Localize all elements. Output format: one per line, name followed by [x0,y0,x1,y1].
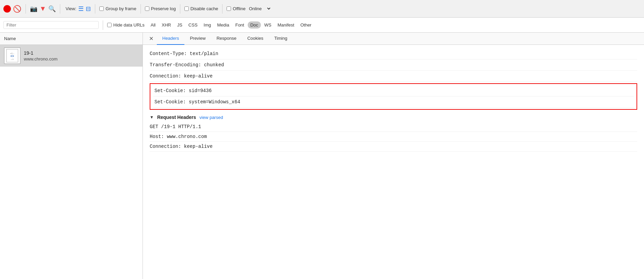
stop-icon[interactable]: 🚫 [13,5,21,13]
preserve-log-label: Preserve log [151,6,176,11]
request-line-connection: Connection: keep-alive [150,142,637,152]
type-filters: AllXHRJSCSSImgMediaFontDocWSManifestOthe… [148,21,314,29]
tab-response[interactable]: Response [211,33,242,45]
type-filter-css[interactable]: CSS [186,21,200,29]
offline-checkbox[interactable]: Offline [227,6,245,11]
list-view-icon[interactable]: ☰ [78,5,84,13]
toolbar: 🚫 📷 ▼ 🔍 View: ☰ ⊟ Group by frame Preserv… [0,0,644,18]
response-header-set-cookie-2: Set-Cookie: system=Windows_x64 [153,97,634,108]
view-parsed-link[interactable]: view parsed [199,115,223,120]
filter-bar-separator [103,20,103,30]
triangle-icon: ▼ [150,115,154,120]
tab-preview[interactable]: Preview [184,33,211,45]
search-icon[interactable]: 🔍 [48,5,56,13]
tab-timing[interactable]: Timing [269,33,293,45]
toolbar-separator-2 [60,4,60,14]
type-filter-manifest[interactable]: Manifest [275,21,297,29]
type-filter-other[interactable]: Other [298,21,314,29]
type-filter-img[interactable]: Img [201,21,214,29]
offline-input[interactable] [227,6,231,11]
file-name: 19-1 [24,50,57,56]
toolbar-separator-4 [141,4,141,14]
file-item[interactable]: <!-- <> --> 19-1 www.chrono.com [0,45,143,67]
toolbar-separator-1 [26,4,26,14]
type-filter-all[interactable]: All [148,21,158,29]
tabs-bar: ✕ Headers Preview Response Cookies Timin… [143,33,644,45]
group-by-frame-checkbox[interactable]: Group by frame [99,6,136,11]
response-header-set-cookie-1: Set-Cookie: sid=9436 [153,85,634,97]
svg-text:-->: --> [11,58,14,60]
disable-cache-input[interactable] [184,6,189,11]
hide-data-urls-input[interactable] [107,23,112,27]
type-filter-doc[interactable]: Doc [248,21,261,29]
tab-headers[interactable]: Headers [157,33,184,45]
hide-data-urls-checkbox[interactable]: Hide data URLs [107,22,145,28]
svg-text:<>: <> [11,54,14,58]
request-line-host: Host: www.chrono.com [150,132,637,142]
type-filter-js[interactable]: JS [175,21,185,29]
request-headers-title: Request Headers [157,115,196,120]
toolbar-separator-3 [95,4,95,14]
toolbar-separator-5 [180,4,180,14]
file-icon-svg: <!-- <> --> [6,49,18,63]
toolbar-separator-6 [222,4,222,14]
file-list: Name <!-- <> --> 19-1 www.chrono.com [0,33,143,279]
disable-cache-checkbox[interactable]: Disable cache [184,6,218,11]
tree-view-icon[interactable]: ⊟ [86,5,91,13]
type-filter-font[interactable]: Font [233,21,247,29]
main-content: Name <!-- <> --> 19-1 www.chrono.com ✕ [0,33,644,279]
content-area: Content-Type: text/plain Transfer-Encodi… [143,45,644,279]
file-list-header: Name [0,33,143,45]
file-info: 19-1 www.chrono.com [24,50,57,62]
request-line-get: GET /19-1 HTTP/1.1 [150,122,637,132]
record-button[interactable] [3,5,11,13]
type-filter-media[interactable]: Media [214,21,232,29]
filter-input[interactable] [3,21,99,29]
camera-icon[interactable]: 📷 [30,5,37,13]
preserve-log-input[interactable] [145,6,149,11]
hide-data-urls-label: Hide data URLs [113,22,145,28]
highlighted-set-cookie-box: Set-Cookie: sid=9436 Set-Cookie: system=… [150,83,637,110]
online-select[interactable]: Online Slow 3G Fast 3G Offline [248,6,271,12]
filter-bar: Hide data URLs AllXHRJSCSSImgMediaFontDo… [0,18,644,33]
file-domain: www.chrono.com [24,56,57,62]
details-panel: ✕ Headers Preview Response Cookies Timin… [143,33,644,279]
offline-label: Offline [233,6,245,11]
group-by-frame-input[interactable] [99,6,104,11]
response-header-connection: Connection: keep-alive [150,71,637,82]
response-header-transfer-encoding: Transfer-Encoding: chunked [150,59,637,71]
tab-close-button[interactable]: ✕ [146,35,157,42]
type-filter-xhr[interactable]: XHR [159,21,174,29]
file-list-name-column: Name [4,36,16,41]
preserve-log-checkbox[interactable]: Preserve log [145,6,176,11]
type-filter-ws[interactable]: WS [262,21,274,29]
view-label: View: [66,6,77,11]
disable-cache-label: Disable cache [191,6,218,11]
tab-cookies[interactable]: Cookies [242,33,269,45]
file-icon: <!-- <> --> [4,48,20,64]
filter-icon[interactable]: ▼ [39,5,46,13]
request-headers-section-title: ▼ Request Headers view parsed [150,111,637,122]
group-by-frame-label: Group by frame [105,6,136,11]
response-header-content-type: Content-Type: text/plain [150,48,637,59]
